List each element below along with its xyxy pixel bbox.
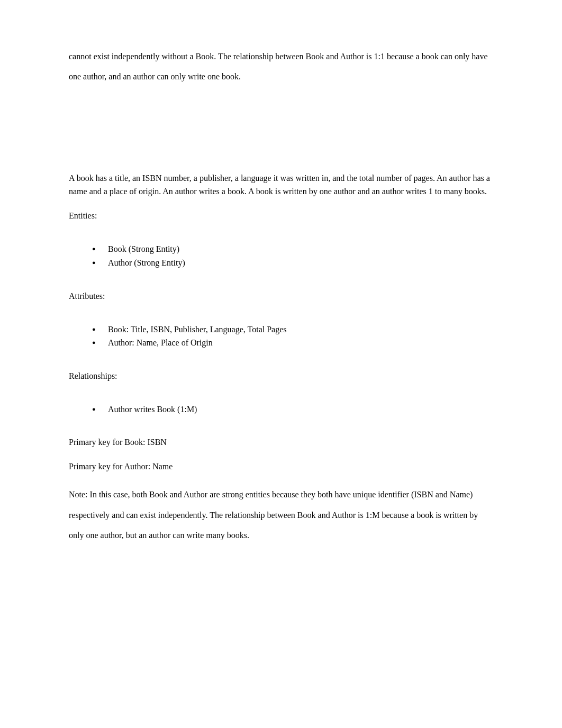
primary-key-author: Primary key for Author: Name: [69, 460, 493, 473]
list-item: Author writes Book (1:M): [92, 403, 493, 416]
list-item: Author (Strong Entity): [92, 256, 493, 270]
spacer: [69, 473, 493, 485]
entities-list: Book (Strong Entity) Author (Strong Enti…: [69, 242, 493, 269]
note-paragraph: Note: In this case, both Book and Author…: [69, 485, 493, 545]
primary-key-book: Primary key for Book: ISBN: [69, 436, 493, 449]
attributes-list: Book: Title, ISBN, Publisher, Language, …: [69, 323, 493, 350]
list-item: Book: Title, ISBN, Publisher, Language, …: [92, 323, 493, 336]
spacer: [69, 270, 493, 290]
relationships-list: Author writes Book (1:M): [69, 403, 493, 416]
scenario-paragraph: A book has a title, an ISBN number, a pu…: [69, 172, 493, 198]
entities-heading: Entities:: [69, 210, 493, 222]
relationships-heading: Relationships:: [69, 370, 493, 383]
spacer: [69, 87, 493, 172]
spacer: [69, 222, 493, 242]
spacer: [69, 198, 493, 210]
spacer: [69, 383, 493, 403]
attributes-heading: Attributes:: [69, 290, 493, 303]
intro-paragraph: cannot exist independently without a Boo…: [69, 47, 493, 87]
list-item: Book (Strong Entity): [92, 242, 493, 256]
list-item: Author: Name, Place of Origin: [92, 336, 493, 350]
spacer: [69, 303, 493, 323]
spacer: [69, 416, 493, 436]
spacer: [69, 449, 493, 460]
spacer: [69, 350, 493, 370]
